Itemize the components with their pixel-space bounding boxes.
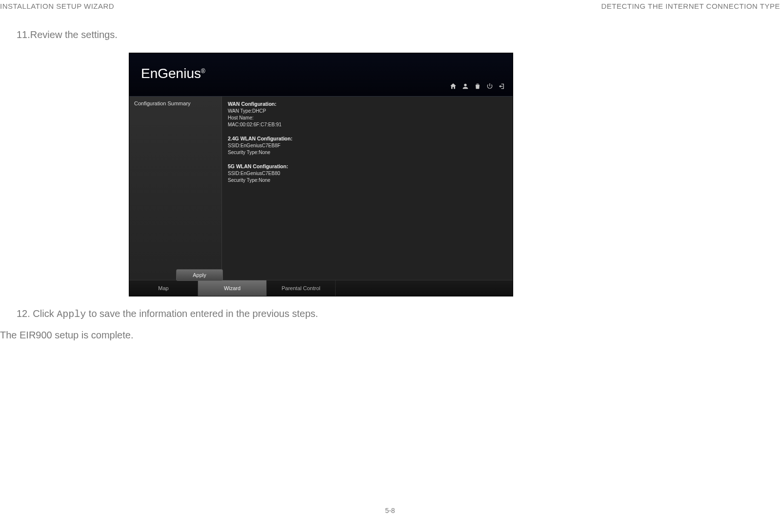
wlan24-heading: 2.4G WLAN Configuration:	[228, 136, 292, 141]
step-12-text: 12. Click Apply to save the information …	[17, 308, 318, 320]
sidebar-title: Configuration Summary	[134, 100, 217, 106]
screenshot-body: Configuration Summary Apply WAN Configur…	[129, 97, 513, 280]
page-header-right: DETECTING THE INTERNET CONNECTION TYPE	[601, 2, 780, 10]
tab-parental-control[interactable]: Parental Control	[267, 280, 336, 296]
header-icon-row	[449, 82, 506, 92]
screenshot-tabs: Map Wizard Parental Control	[129, 280, 513, 296]
screenshot-content: WAN Configuration: WAN Type:DHCP Host Na…	[222, 97, 513, 280]
router-screenshot: EnGenius® Configuration Summary Apply WA…	[129, 53, 513, 296]
wlan5-heading: 5G WLAN Configuration:	[228, 163, 288, 169]
page-number: 5-8	[385, 507, 395, 514]
mac-address: MAC:00:02:6F:C7:EB:91	[228, 122, 281, 127]
step-12-apply-word: Apply	[57, 309, 86, 320]
screenshot-sidebar: Configuration Summary Apply	[129, 97, 222, 280]
wan-type: WAN Type:DHCP	[228, 108, 266, 114]
host-name: Host Name:	[228, 115, 254, 120]
logout-icon[interactable]	[498, 82, 506, 92]
power-icon[interactable]	[486, 82, 494, 92]
page-header-left: INSTALLATION SETUP WIZARD	[0, 2, 114, 10]
user-icon[interactable]	[461, 82, 469, 92]
wlan5-ssid: SSID:EnGeniusC7EB80	[228, 171, 280, 176]
step-11-text: 11.Review the settings.	[17, 29, 118, 40]
step-12-suffix: to save the information entered in the p…	[86, 308, 318, 319]
completion-text: The EIR900 setup is complete.	[0, 330, 133, 341]
wlan24-security: Security Type:None	[228, 150, 270, 155]
apply-button[interactable]: Apply	[176, 269, 223, 281]
trash-icon[interactable]	[474, 82, 481, 92]
screenshot-header: EnGenius®	[129, 53, 513, 97]
tab-map[interactable]: Map	[129, 280, 198, 296]
wlan5-security: Security Type:None	[228, 177, 270, 183]
step-12-prefix: 12. Click	[17, 308, 57, 319]
tab-wizard[interactable]: Wizard	[198, 280, 267, 296]
engenius-logo: EnGenius®	[141, 66, 205, 81]
home-icon[interactable]	[449, 82, 457, 92]
wan-config-heading: WAN Configuration:	[228, 101, 277, 107]
wlan24-ssid: SSID:EnGeniusC7EB8F	[228, 143, 280, 148]
